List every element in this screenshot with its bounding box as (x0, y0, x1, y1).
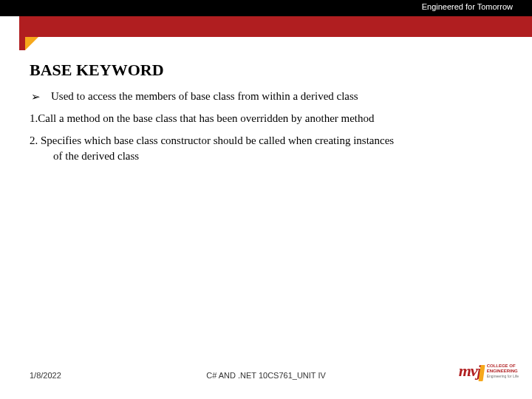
numbered-item-2: 2. Specifies which base class constructo… (30, 133, 502, 163)
logo-text: COLLEGE OF ENGINEERING Engineering for L… (487, 364, 519, 378)
tagline-text: Engineered for Tomorrow (422, 2, 513, 11)
item2-line1: 2. Specifies which base class constructo… (30, 134, 394, 146)
slide-footer: 1/8/2022 C# AND .NET 10CS761_UNIT IV mvj… (0, 362, 532, 386)
arrow-icon: ➢ (31, 90, 41, 103)
college-logo: mvj COLLEGE OF ENGINEERING Engineering f… (459, 361, 519, 381)
item2-line2: of the derived class (30, 149, 502, 163)
bullet-item: ➢ Used to access the members of base cla… (30, 90, 502, 103)
red-banner (19, 16, 532, 37)
numbered-item-1: 1.Call a method on the base class that h… (30, 111, 502, 126)
footer-center-text: C# AND .NET 10CS761_UNIT IV (0, 371, 532, 380)
top-black-bar: Engineered for Tomorrow (0, 0, 532, 16)
logo-mark: mvj (459, 361, 484, 381)
red-vertical-tab (19, 37, 25, 50)
slide-title: BASE KEYWORD (30, 61, 502, 80)
bullet-text: Used to access the members of base class… (51, 90, 358, 103)
slide-content: BASE KEYWORD ➢ Used to access the member… (30, 61, 502, 171)
gold-corner-accent (25, 37, 38, 50)
